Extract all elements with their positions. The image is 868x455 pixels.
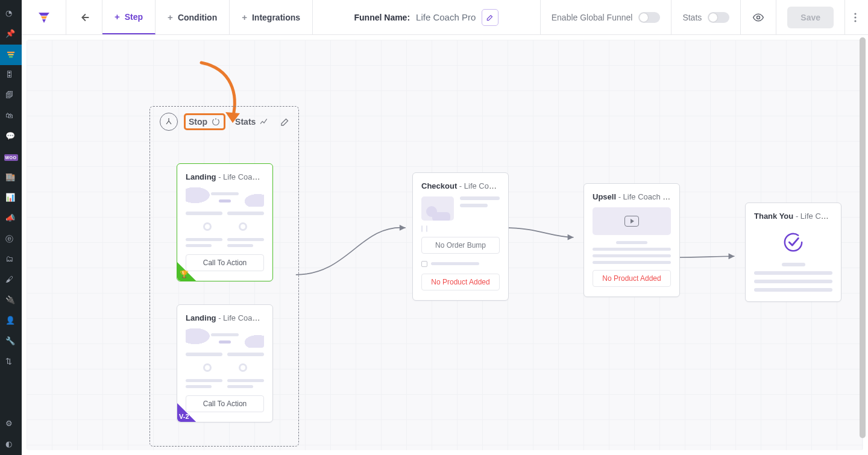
winner-badge: 🏆 bbox=[177, 254, 204, 281]
checkbox-icon bbox=[421, 261, 427, 267]
node-type: Landing bbox=[186, 172, 216, 181]
node-name: - Life Coach Up… bbox=[618, 192, 671, 201]
svg-point-14 bbox=[785, 234, 802, 251]
ab-stats-label: Stats bbox=[235, 117, 256, 127]
svg-point-9 bbox=[854, 20, 856, 22]
no-order-bump-badge: No Order Bump bbox=[421, 237, 500, 254]
svg-rect-1 bbox=[8, 54, 14, 55]
tab-step[interactable]: +Step bbox=[102, 0, 156, 34]
node-preview bbox=[186, 187, 264, 247]
ab-stop-label: Stop bbox=[189, 117, 207, 127]
tab-integrations-label: Integrations bbox=[252, 13, 300, 22]
admin-sidebar: ◔ 📌 🎛 🗐 🛍 💬 WOO 🏬 📊 📣 ⓔ 🗂 🖌 🔌 👤 🔧 ⇅ ⚙ ◐ bbox=[0, 0, 22, 455]
rail-analytics[interactable]: 📊 bbox=[0, 188, 22, 209]
rail-tools[interactable]: 🔧 bbox=[0, 331, 22, 352]
save-button[interactable]: Save bbox=[787, 7, 834, 28]
rail-settings2[interactable]: ⚙ bbox=[0, 414, 22, 435]
rail-elementor[interactable]: ⓔ bbox=[0, 229, 22, 249]
no-product-badge: No Product Added bbox=[421, 274, 500, 290]
node-checkout[interactable]: Checkout - Life Coach Ch… No Order Bump … bbox=[412, 172, 509, 301]
svg-marker-3 bbox=[39, 13, 49, 16]
more-menu-button[interactable] bbox=[849, 7, 862, 28]
svg-marker-11 bbox=[400, 225, 406, 231]
node-name: - Life Coach Lan… bbox=[218, 313, 264, 322]
svg-marker-5 bbox=[42, 19, 46, 23]
vertical-scrollbar[interactable] bbox=[858, 36, 867, 454]
node-upsell[interactable]: Upsell - Life Coach Up… No Product Added bbox=[583, 183, 680, 297]
node-thankyou[interactable]: Thank You - Life Coach Tha… bbox=[745, 202, 841, 302]
rail-marketing[interactable]: 📣 bbox=[0, 209, 22, 229]
enable-global-label: Enable Global Funnel bbox=[552, 13, 633, 22]
ab-stop-button[interactable]: Stop bbox=[185, 115, 224, 129]
rail-dashboard[interactable]: ◔ bbox=[0, 4, 22, 24]
rail-store[interactable]: 🏬 bbox=[0, 168, 22, 188]
svg-point-7 bbox=[854, 13, 856, 14]
rail-woo[interactable]: WOO bbox=[0, 147, 22, 168]
rail-funnel[interactable] bbox=[0, 45, 22, 65]
rail-pages[interactable]: 🗐 bbox=[0, 86, 22, 106]
rail-appearance[interactable]: 🖌 bbox=[0, 270, 22, 290]
rail-pin[interactable]: 📌 bbox=[0, 24, 22, 45]
version-badge: V-2 bbox=[177, 395, 204, 422]
node-landing-a[interactable]: Landing - Life Coach Lan… Call To Action… bbox=[177, 163, 273, 281]
rail-media[interactable]: 🎛 bbox=[0, 65, 22, 86]
svg-marker-4 bbox=[41, 16, 47, 19]
preview-button[interactable] bbox=[752, 11, 765, 24]
tab-step-label: Step bbox=[125, 12, 143, 22]
svg-marker-13 bbox=[729, 253, 735, 259]
ab-split-button[interactable] bbox=[160, 113, 178, 131]
rail-collapse[interactable]: ◐ bbox=[0, 435, 22, 455]
back-button[interactable] bbox=[66, 0, 102, 34]
svg-rect-2 bbox=[9, 56, 13, 57]
node-preview bbox=[186, 328, 264, 388]
node-type: Landing bbox=[186, 313, 216, 322]
ab-stats-button[interactable]: Stats bbox=[231, 115, 272, 129]
app-logo bbox=[22, 0, 66, 34]
node-preview bbox=[754, 227, 832, 292]
node-name: - Life Coach Lan… bbox=[218, 172, 264, 181]
funnel-name-label: Funnel Name: bbox=[354, 13, 410, 22]
topbar: +Step +Condition +Integrations Funnel Na… bbox=[22, 0, 868, 35]
tab-integrations[interactable]: +Integrations bbox=[230, 0, 313, 34]
svg-rect-0 bbox=[7, 52, 14, 53]
no-product-badge: No Product Added bbox=[593, 270, 671, 287]
tab-condition[interactable]: +Condition bbox=[156, 0, 230, 34]
node-type: Thank You bbox=[754, 212, 793, 221]
rail-comments[interactable]: 💬 bbox=[0, 127, 22, 147]
canvas[interactable]: Stop Stats Landing - Life Coach Lan… bbox=[22, 35, 868, 455]
funnel-name-value: Life Coach Pro bbox=[416, 12, 476, 22]
node-preview bbox=[593, 207, 671, 264]
node-preview bbox=[421, 196, 500, 221]
svg-point-6 bbox=[757, 16, 760, 19]
rail-plugins[interactable]: 🔌 bbox=[0, 290, 22, 311]
svg-marker-12 bbox=[568, 234, 574, 240]
edit-funnel-name-button[interactable] bbox=[482, 9, 498, 26]
check-circle-icon bbox=[781, 230, 805, 254]
node-name: - Life Coach Ch… bbox=[459, 181, 500, 190]
rail-templates[interactable]: 🗂 bbox=[0, 249, 22, 270]
node-landing-b[interactable]: Landing - Life Coach Lan… Call To Action… bbox=[177, 304, 273, 422]
enable-global-toggle[interactable] bbox=[638, 12, 660, 23]
tab-condition-label: Condition bbox=[178, 13, 217, 22]
rail-users[interactable]: 👤 bbox=[0, 311, 22, 331]
rail-cart[interactable]: 🛍 bbox=[0, 106, 22, 127]
node-name: - Life Coach Tha… bbox=[796, 212, 832, 221]
ab-test-group: Stop Stats Landing - Life Coach Lan… bbox=[149, 106, 299, 447]
node-preview-inputs bbox=[421, 221, 500, 232]
svg-point-8 bbox=[854, 16, 856, 18]
node-type: Upsell bbox=[593, 192, 616, 201]
stats-label: Stats bbox=[682, 13, 702, 22]
node-type: Checkout bbox=[421, 181, 457, 190]
ab-edit-button[interactable] bbox=[280, 116, 291, 127]
stats-toggle[interactable] bbox=[708, 12, 729, 23]
rail-settings[interactable]: ⇅ bbox=[0, 352, 22, 372]
